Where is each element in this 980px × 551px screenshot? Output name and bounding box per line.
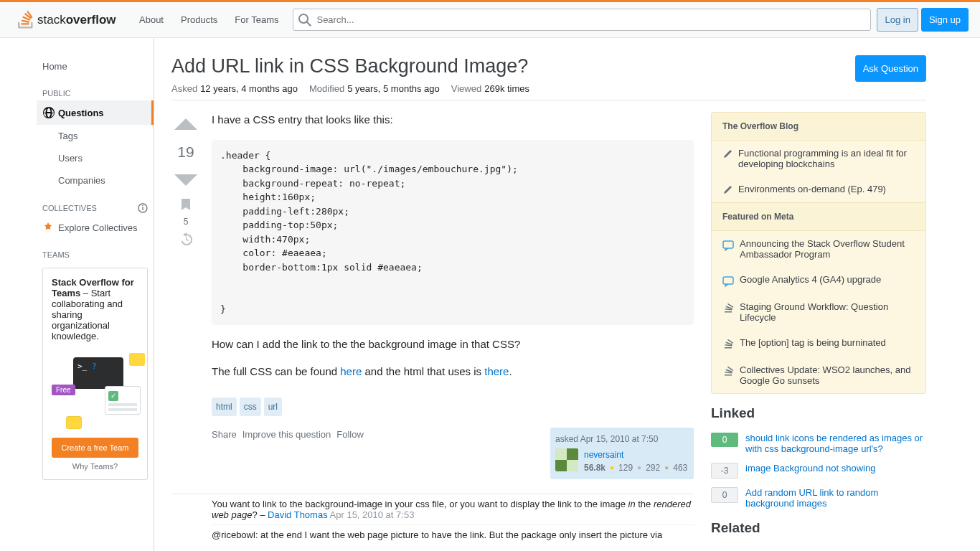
meta-link[interactable]: The [option] tag is being burninated: [740, 337, 886, 350]
create-team-button[interactable]: Create a free Team: [52, 438, 138, 458]
silver-badge-icon: ●: [637, 462, 641, 473]
here-link[interactable]: here: [340, 365, 362, 377]
meta-item: Collectives Update: WSO2 launches, and G…: [712, 357, 925, 393]
sidebar-public-label: PUBLIC: [37, 77, 154, 100]
share-link[interactable]: Share: [212, 428, 237, 479]
info-icon[interactable]: i: [138, 203, 148, 213]
meta-item: Google Analytics 4 (GA4) upgrade: [712, 267, 925, 294]
pencil-icon: [722, 185, 732, 195]
svg-rect-4: [723, 277, 733, 284]
linked-item: 0 Add random URL link to random backgrou…: [711, 487, 926, 509]
nav-about[interactable]: About: [131, 10, 172, 29]
login-button[interactable]: Log in: [877, 8, 918, 32]
question-header: Add URL link in CSS Background Image? As…: [171, 55, 926, 83]
linked-score: -3: [711, 463, 738, 479]
question-post: 19 5 I have a CSS entry that looks like …: [171, 112, 694, 479]
meta-link[interactable]: Google Analytics 4 (GA4) upgrade: [740, 274, 881, 287]
there-link[interactable]: there: [484, 365, 509, 377]
history-icon[interactable]: [179, 232, 193, 245]
svg-text:stackoverflow: stackoverflow: [37, 13, 116, 27]
asked-time: asked Apr 15, 2010 at 7:50: [555, 433, 689, 446]
linked-score: 0: [711, 433, 738, 447]
blog-item: Functional programming is an ideal fit f…: [712, 141, 925, 176]
stackoverflow-logo-icon: stackoverflow: [17, 9, 125, 31]
vote-score: 19: [177, 143, 194, 161]
body-intro: I have a CSS entry that looks like this:: [212, 112, 694, 128]
blog-link[interactable]: Environments on-demand (Ep. 479): [738, 184, 886, 195]
comment-item: @ricebowl: at the end I want the web pag…: [212, 525, 694, 545]
question-tags: html css url: [212, 397, 694, 416]
nav-for-teams[interactable]: For Teams: [226, 10, 287, 29]
main-content: Add URL link in CSS Background Image? As…: [154, 38, 943, 551]
meta-link[interactable]: Collectives Update: WSO2 launches, and G…: [740, 364, 915, 386]
user-avatar[interactable]: [555, 448, 578, 471]
related-section-title: Related: [711, 520, 926, 536]
code-block: .header { background-image: url("./image…: [212, 140, 694, 325]
vote-controls: 19 5: [171, 112, 200, 479]
bookmark-count: 5: [184, 217, 189, 227]
body-question: How can I add the link to the the backgr…: [212, 336, 694, 353]
body-links: The full CSS can be found here and the h…: [212, 364, 694, 380]
ask-question-button[interactable]: Ask Question: [855, 55, 926, 82]
featured-meta-header: Featured on Meta: [712, 202, 925, 231]
why-teams-link[interactable]: Why Teams?: [52, 462, 138, 471]
follow-link[interactable]: Follow: [336, 428, 364, 479]
blog-item: Environments on-demand (Ep. 479): [712, 176, 925, 202]
teams-promo-visual: >_ ? ✓ Free: [52, 350, 138, 429]
tag-url[interactable]: url: [264, 397, 282, 416]
linked-link[interactable]: should link icons be rendered as images …: [745, 433, 926, 454]
sidebar-home[interactable]: Home: [37, 55, 154, 77]
meta-link[interactable]: Staging Ground Workflow: Question Lifecy…: [740, 301, 915, 323]
globe-icon: [42, 106, 55, 119]
user-name-link[interactable]: neversaint: [584, 448, 687, 461]
meta-link[interactable]: Announcing the Stack Overflow Student Am…: [740, 238, 915, 260]
teams-promo-box: Stack Overflow for Teams – Start collabo…: [42, 268, 148, 480]
meta-item: The [option] tag is being burninated: [712, 330, 925, 357]
overflow-blog-box: The Overflow Blog Functional programming…: [711, 112, 926, 394]
sidebar-tags[interactable]: Tags: [37, 125, 154, 147]
user-card: asked Apr 15, 2010 at 7:50 neversaint 56…: [550, 428, 694, 479]
linked-link[interactable]: image Background not showing: [745, 463, 875, 474]
svg-text:i: i: [142, 204, 144, 212]
sidebar-explore-collectives[interactable]: Explore Collectives: [37, 216, 154, 239]
signup-button[interactable]: Sign up: [921, 8, 969, 32]
comment-date: Apr 15, 2010 at 7:53: [330, 509, 415, 520]
improve-link[interactable]: Improve this question: [242, 428, 331, 479]
bronze-badge-icon: ●: [664, 462, 669, 473]
comments-list: You want to link to the background-image…: [171, 494, 694, 545]
question-title: Add URL link in CSS Background Image?: [171, 55, 528, 77]
upvote-icon[interactable]: [173, 112, 199, 138]
sidebar-collectives-label: COLLECTIVES i: [37, 192, 154, 216]
linked-section-title: Linked: [711, 405, 926, 421]
sidebar-questions[interactable]: Questions: [37, 100, 154, 125]
blog-link[interactable]: Functional programming is an ideal fit f…: [738, 148, 915, 169]
teams-promo-text: Stack Overflow for Teams – Start collabo…: [52, 277, 138, 342]
star-burst-icon: [42, 222, 54, 233]
svg-rect-3: [723, 241, 733, 248]
speech-bubble-icon: [722, 240, 734, 251]
bookmark-icon[interactable]: [179, 198, 192, 211]
search-input[interactable]: [293, 9, 871, 31]
sidebar-companies[interactable]: Companies: [37, 169, 154, 192]
tag-css[interactable]: css: [240, 397, 261, 416]
post-actions: Share Improve this question Follow asked…: [212, 428, 694, 479]
search-container: [293, 9, 871, 31]
stack-icon: [722, 303, 734, 314]
tag-html[interactable]: html: [212, 397, 237, 416]
stack-icon: [722, 339, 734, 350]
sidebar-users[interactable]: Users: [37, 147, 154, 169]
downvote-icon[interactable]: [173, 166, 199, 192]
linked-item: -3 image Background not showing: [711, 463, 926, 479]
gold-badge-icon: ●: [610, 462, 614, 473]
comment-user-link[interactable]: David Thomas: [268, 509, 328, 520]
question-body: I have a CSS entry that looks like this:…: [212, 112, 694, 479]
pencil-icon: [722, 149, 732, 159]
comment-item: You want to link to the background-image…: [212, 494, 694, 525]
right-sidebar: The Overflow Blog Functional programming…: [711, 112, 926, 547]
question-meta: Asked12 years, 4 months ago Modified5 ye…: [171, 83, 926, 100]
stackoverflow-logo[interactable]: stackoverflow: [11, 2, 131, 37]
meta-item: Staging Ground Workflow: Question Lifecy…: [712, 294, 925, 330]
meta-item: Announcing the Stack Overflow Student Am…: [712, 231, 925, 267]
nav-products[interactable]: Products: [172, 10, 226, 29]
linked-link[interactable]: Add random URL link to random background…: [745, 487, 926, 509]
